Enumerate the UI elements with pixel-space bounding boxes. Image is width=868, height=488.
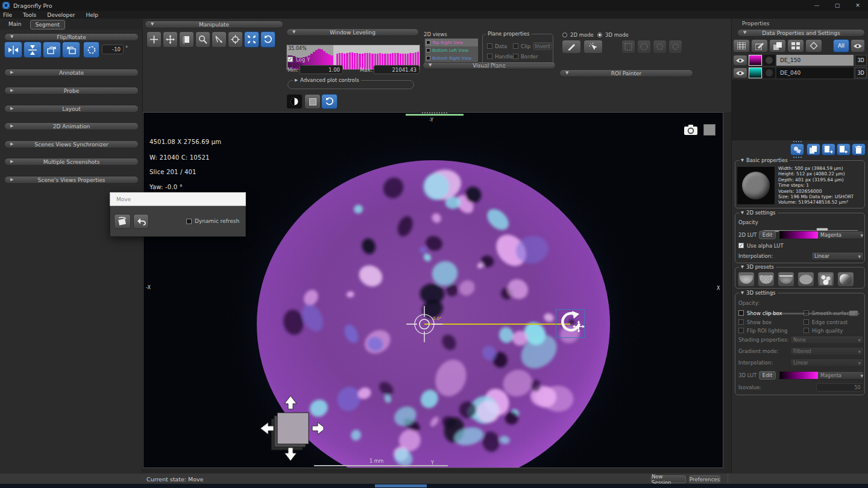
view-checkbox[interactable] <box>426 48 430 52</box>
lut-swatch[interactable] <box>749 67 762 78</box>
roi-lasso-button[interactable] <box>668 40 682 54</box>
section-header-window-leveling[interactable]: ▼ Window Leveling <box>286 28 419 36</box>
flip-plane-button[interactable] <box>114 214 131 229</box>
rotate-left-button[interactable] <box>43 42 61 58</box>
reset-rotation-button[interactable] <box>260 31 275 48</box>
preset-thumbnail[interactable] <box>738 272 755 287</box>
menu-tools[interactable]: Tools <box>23 12 36 18</box>
2d-mode-radio[interactable] <box>562 33 567 37</box>
snapshot-button[interactable] <box>684 124 698 136</box>
rotate-right-button[interactable] <box>62 42 80 58</box>
close-button[interactable]: ✕ <box>848 0 868 11</box>
section-header-manipulate[interactable]: ▼ Manipulate <box>145 20 283 28</box>
multi-view-button[interactable] <box>787 39 804 52</box>
zoom-tool-button[interactable] <box>195 31 210 48</box>
rotation-center-crosshair[interactable] <box>406 306 442 342</box>
basic-properties-legend[interactable]: ▼Basic properties <box>739 157 790 163</box>
interpolation-2d-combo[interactable]: Linear ▼ <box>811 252 864 260</box>
view-checkbox[interactable] <box>426 40 430 45</box>
preset-thumbnail[interactable] <box>817 272 834 287</box>
flip-vertical-button[interactable] <box>24 42 42 58</box>
panel-header-scenes-views-properties[interactable]: ▶Scene's Views Properties <box>4 176 139 184</box>
target-tool-button[interactable] <box>228 31 243 48</box>
show-clip-box-checkbox[interactable] <box>738 310 744 316</box>
edit-3d-lut-button[interactable]: Edit <box>759 371 776 380</box>
dataset-name[interactable]: DE_150 <box>776 55 854 66</box>
fill-button[interactable] <box>304 94 321 109</box>
show-box-checkbox[interactable] <box>738 319 744 325</box>
smart-pick-tool-button[interactable] <box>583 40 603 54</box>
roi-ellipse-button[interactable] <box>637 40 651 54</box>
invert-button[interactable]: Invert <box>533 42 552 50</box>
border-checkbox[interactable] <box>513 54 518 59</box>
3d-presets-legend[interactable]: ▼3D presets <box>739 264 776 270</box>
handle-checkbox[interactable] <box>487 54 492 59</box>
menu-help[interactable]: Help <box>86 12 99 18</box>
preset-thumbnail[interactable] <box>797 272 814 287</box>
edge-contrast-checkbox[interactable] <box>804 319 809 325</box>
dynamic-refresh-checkbox[interactable] <box>186 219 192 224</box>
view-list-item[interactable]: Bottom Right View <box>425 54 478 62</box>
use-alpha-lut-checkbox[interactable]: ✓ <box>738 243 744 248</box>
import-dataset-button[interactable] <box>837 143 851 155</box>
reset-leveling-button[interactable] <box>321 94 338 109</box>
undo-move-button[interactable] <box>133 214 149 229</box>
2d-lut-combo[interactable]: Magenta ▼ <box>778 231 864 239</box>
view-checkbox[interactable] <box>426 56 430 60</box>
translate-tool-button[interactable] <box>146 31 162 48</box>
3d-badge[interactable]: 3D <box>855 67 867 78</box>
tab-segment[interactable]: Segment <box>30 20 66 30</box>
new-session-button[interactable]: New Session... <box>651 475 686 483</box>
contrast-button[interactable] <box>286 94 303 109</box>
3d-lut-combo[interactable]: Magenta ▼ <box>778 371 864 380</box>
angle-tool-button[interactable] <box>212 31 227 48</box>
show-all-button[interactable]: All <box>833 39 849 52</box>
section-header-data-properties[interactable]: ▼ Data Properties and Settings <box>737 29 865 37</box>
2d-settings-legend[interactable]: ▼2D settings <box>739 210 778 216</box>
move-popup-titlebar[interactable]: Move <box>110 192 246 206</box>
scene-viewport[interactable]: 4501.08 X 2756.69 μm W: 21040 C: 10521 S… <box>143 112 723 468</box>
extract-structures-button[interactable] <box>790 143 804 155</box>
move-plane-widget[interactable] <box>256 395 323 462</box>
log-y-checkbox[interactable]: ✓ <box>288 57 293 62</box>
minimize-button[interactable]: — <box>807 0 827 11</box>
high-quality-checkbox[interactable] <box>804 328 809 333</box>
flip-roi-lighting-checkbox[interactable] <box>738 328 744 333</box>
layers-button[interactable] <box>769 39 786 52</box>
advanced-plot-controls-toggle[interactable]: ▶ Advanced plot controls <box>293 77 361 83</box>
expand-view-button[interactable] <box>244 31 259 48</box>
menu-file[interactable]: File <box>3 12 12 18</box>
export-dataset-button[interactable] <box>822 143 835 155</box>
3d-settings-legend[interactable]: ▼3D settings <box>739 290 778 296</box>
preferences-button[interactable]: Preferences <box>689 475 720 483</box>
dataset-row[interactable]: DE_040 3D <box>732 67 868 79</box>
maximize-button[interactable]: ▢ <box>827 0 848 11</box>
panel-header-scenes-views-synchronizer[interactable]: ▶Scenes Views Synchronizer <box>4 140 139 148</box>
duplicate-dataset-button[interactable] <box>807 143 820 155</box>
panel-header-probe[interactable]: ▶Probe <box>4 87 139 95</box>
shading-properties-combo[interactable]: None▼ <box>790 336 864 344</box>
view-mode-button[interactable] <box>703 124 715 136</box>
table-view-button[interactable] <box>733 39 750 52</box>
panel-header-annotate[interactable]: ▶Annotate <box>4 69 139 77</box>
visibility-toggle[interactable] <box>733 55 747 66</box>
preset-thumbnail[interactable] <box>758 272 775 287</box>
edit-2d-lut-button[interactable]: Edit <box>759 231 776 239</box>
visibility-all-button[interactable] <box>851 39 865 52</box>
view-list-item[interactable]: Bottom Left View <box>425 46 478 54</box>
interpolation-3d-combo[interactable]: Linear▼ <box>790 358 864 367</box>
preset-thumbnail[interactable] <box>778 272 794 287</box>
data-checkbox[interactable] <box>487 43 492 49</box>
flip-horizontal-button[interactable] <box>4 42 22 58</box>
dataset-row[interactable]: DE_150 3D <box>732 54 868 66</box>
slice-tool-button[interactable] <box>179 31 194 48</box>
gradient-mode-combo[interactable]: Filtered▼ <box>790 347 864 355</box>
3d-badge[interactable]: 3D <box>855 55 867 66</box>
roi-polygon-button[interactable] <box>653 40 667 54</box>
preset-thumbnail[interactable] <box>837 272 854 287</box>
min-value-input[interactable]: 1.00 <box>300 65 343 74</box>
visibility-toggle[interactable] <box>733 67 747 78</box>
panel-header-multiple-screenshots[interactable]: ▶Multiple Screenshots <box>4 158 139 166</box>
3d-mode-radio[interactable] <box>597 33 602 37</box>
panel-header-2d-animation[interactable]: ▶2D Animation <box>4 122 139 130</box>
